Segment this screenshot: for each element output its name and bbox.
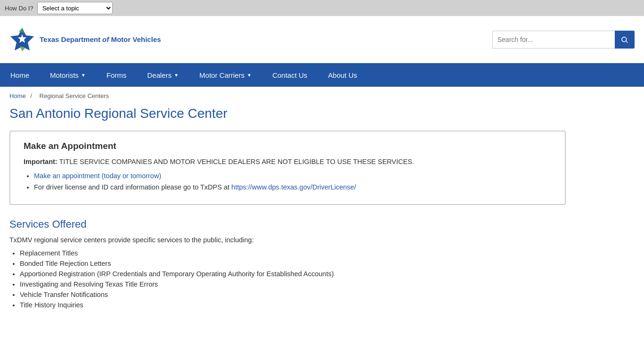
page-title: San Antonio Regional Service Center [9, 106, 622, 121]
breadcrumb-home-link[interactable]: Home [9, 92, 26, 99]
logo-area: Texas Department of Motor Vehicles [9, 27, 161, 52]
appointment-list-item-2: For driver license and ID card informati… [34, 183, 552, 191]
search-area [492, 31, 635, 49]
site-header: Texas Department of Motor Vehicles [0, 16, 644, 63]
nav-label-motor-carriers: Motor Carriers [199, 71, 245, 79]
motor-carriers-dropdown-icon: ▼ [247, 73, 252, 78]
appointment-list: Make an appointment (today or tomorrow) … [34, 172, 552, 191]
nav-item-contact-us[interactable]: Contact Us [262, 63, 318, 87]
top-bar: How Do I? Select a topic Register a Vehi… [0, 0, 644, 16]
services-heading: Services Offered [9, 218, 622, 230]
dps-prefix: For driver license and ID card informati… [34, 183, 231, 191]
breadcrumb: Home / Regional Service Centers [0, 87, 644, 101]
search-button[interactable] [615, 31, 635, 49]
nav-label-about-us: About Us [328, 71, 357, 79]
services-intro: TxDMV regional service centers provide s… [9, 236, 622, 244]
nav-item-forms[interactable]: Forms [96, 63, 137, 87]
main-nav: Home Motorists ▼ Forms Dealers ▼ Motor C… [0, 63, 644, 87]
logo-text: Texas Department of Motor Vehicles [40, 34, 161, 44]
service-item-3: Apportioned Registration (IRP Credential… [20, 270, 622, 278]
nav-item-about-us[interactable]: About Us [318, 63, 368, 87]
search-icon [620, 35, 629, 44]
dps-link[interactable]: https://www.dps.texas.gov/DriverLicense/ [231, 183, 356, 191]
nav-label-dealers: Dealers [147, 71, 172, 79]
appointment-link[interactable]: Make an appointment (today or tomorrow) [34, 172, 161, 180]
service-item-1: Replacement Titles [20, 249, 622, 257]
search-input[interactable] [492, 31, 615, 49]
nav-label-contact-us: Contact Us [272, 71, 307, 79]
services-list: Replacement Titles Bonded Title Rejectio… [20, 249, 622, 309]
main-content: San Antonio Regional Service Center Make… [0, 106, 632, 326]
service-item-5: Vehicle Transfer Notifications [20, 291, 622, 298]
nav-item-motorists[interactable]: Motorists ▼ [40, 63, 96, 87]
appointment-box: Make an Appointment Important: TITLE SER… [9, 131, 566, 205]
nav-item-motor-carriers[interactable]: Motor Carriers ▼ [189, 63, 262, 87]
service-item-6: Title History Inquiries [20, 301, 622, 309]
breadcrumb-separator: / [30, 92, 32, 99]
txdmv-logo-icon [9, 27, 35, 52]
important-label: Important: [24, 158, 58, 165]
appointment-list-item-1: Make an appointment (today or tomorrow) [34, 172, 552, 180]
important-body: TITLE SERVICE COMPANIES AND MOTOR VEHICL… [59, 158, 414, 165]
nav-label-motorists: Motorists [50, 71, 79, 79]
how-do-i-label: How Do I? [5, 5, 33, 12]
nav-label-home: Home [10, 71, 29, 79]
breadcrumb-current: Regional Service Centers [40, 92, 109, 99]
nav-item-dealers[interactable]: Dealers ▼ [137, 63, 189, 87]
dealers-dropdown-icon: ▼ [174, 73, 179, 78]
motorists-dropdown-icon: ▼ [81, 73, 86, 78]
nav-item-home[interactable]: Home [0, 63, 40, 87]
topic-select[interactable]: Select a topic Register a Vehicle Get a … [37, 2, 113, 14]
service-item-2: Bonded Title Rejection Letters [20, 260, 622, 267]
important-notice: Important: TITLE SERVICE COMPANIES AND M… [24, 158, 552, 165]
appointment-heading: Make an Appointment [24, 141, 552, 151]
service-item-4: Investigating and Resolving Texas Title … [20, 280, 622, 288]
nav-label-forms: Forms [107, 71, 127, 79]
